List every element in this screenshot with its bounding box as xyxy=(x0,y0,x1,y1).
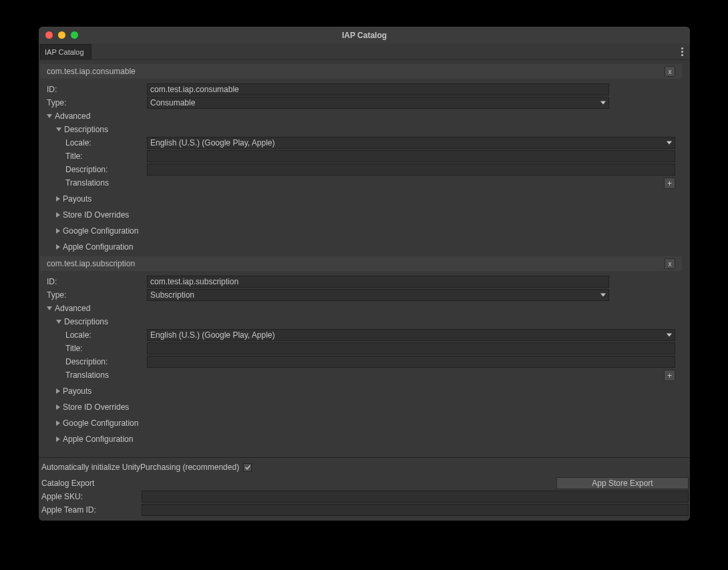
minimize-icon[interactable] xyxy=(58,31,65,39)
type-dropdown[interactable]: Subscription xyxy=(147,289,609,301)
triangle-down-icon xyxy=(56,320,61,324)
fold-apple-config[interactable]: Apple Configuration xyxy=(40,433,682,446)
apple-team-field[interactable] xyxy=(142,504,689,516)
traffic-lights xyxy=(45,31,78,39)
chevron-down-icon xyxy=(600,101,606,105)
row-auto-init: Automatically initialize UnityPurchasing… xyxy=(40,461,689,474)
descriptions-label: Descriptions xyxy=(64,317,108,326)
fold-payouts[interactable]: Payouts xyxy=(40,192,682,206)
google-config-label: Google Configuration xyxy=(63,226,138,236)
title-field[interactable] xyxy=(147,342,675,354)
panel-menu-button[interactable] xyxy=(674,43,690,59)
tabbar: IAP Catalog xyxy=(39,43,690,60)
advanced-label: Advanced xyxy=(55,111,90,121)
check-icon xyxy=(244,464,251,471)
row-locale: Locale: English (U.S.) (Google Play, App… xyxy=(40,328,682,342)
window: IAP Catalog IAP Catalog com.test.iap.con… xyxy=(39,27,690,521)
type-value: Consumable xyxy=(150,98,195,107)
row-description: Description: xyxy=(40,163,682,176)
fold-descriptions[interactable]: Descriptions xyxy=(40,123,682,136)
fold-advanced[interactable]: Advanced xyxy=(40,109,682,123)
triangle-right-icon xyxy=(56,244,60,250)
fold-apple-config[interactable]: Apple Configuration xyxy=(40,240,682,254)
chevron-down-icon xyxy=(667,141,672,145)
app-store-export-button[interactable]: App Store Export xyxy=(556,477,689,489)
triangle-down-icon xyxy=(47,114,52,118)
row-title: Title: xyxy=(40,150,682,163)
auto-init-label: Automatically initialize UnityPurchasing… xyxy=(41,463,239,472)
label-title: Title: xyxy=(47,152,147,161)
triangle-right-icon xyxy=(56,228,60,234)
fold-payouts[interactable]: Payouts xyxy=(40,384,682,398)
triangle-right-icon xyxy=(56,388,60,394)
item-header-id: com.test.iap.consumable xyxy=(47,67,665,76)
row-locale: Locale: English (U.S.) (Google Play, App… xyxy=(40,136,682,150)
row-translations: Translations + xyxy=(40,176,682,190)
label-id: ID: xyxy=(47,277,147,286)
row-type: Type: Subscription xyxy=(40,288,682,302)
titlebar: IAP Catalog xyxy=(39,27,690,43)
locale-value: English (U.S.) (Google Play, Apple) xyxy=(150,330,275,340)
fold-google-config[interactable]: Google Configuration xyxy=(40,416,682,430)
content: com.test.iap.consumable x ID: Type: Cons… xyxy=(39,60,690,521)
label-title: Title: xyxy=(47,344,147,353)
item-header-id: com.test.iap.subscription xyxy=(47,259,665,268)
label-translations: Translations xyxy=(47,178,147,188)
fold-descriptions[interactable]: Descriptions xyxy=(40,315,682,328)
row-apple-team: Apple Team ID: xyxy=(40,503,689,517)
title-field[interactable] xyxy=(147,150,675,162)
add-translation-button[interactable]: + xyxy=(664,178,675,189)
description-field[interactable] xyxy=(147,164,675,176)
descriptions-label: Descriptions xyxy=(64,125,108,134)
maximize-icon[interactable] xyxy=(71,31,78,39)
store-overrides-label: Store ID Overrides xyxy=(63,210,129,220)
id-field[interactable] xyxy=(147,276,609,288)
fold-store-overrides[interactable]: Store ID Overrides xyxy=(40,208,682,222)
row-title: Title: xyxy=(40,342,682,355)
catalog-export-label: Catalog Export xyxy=(41,479,556,488)
remove-item-button[interactable]: x xyxy=(665,66,675,77)
google-config-label: Google Configuration xyxy=(63,418,138,428)
payouts-label: Payouts xyxy=(63,194,92,204)
label-locale: Locale: xyxy=(47,138,147,148)
row-type: Type: Consumable xyxy=(40,96,682,109)
catalog-item: com.test.iap.subscription x ID: Type: Su… xyxy=(40,256,682,446)
triangle-right-icon xyxy=(56,404,60,410)
fold-advanced[interactable]: Advanced xyxy=(40,302,682,315)
apple-config-label: Apple Configuration xyxy=(63,435,133,444)
type-dropdown[interactable]: Consumable xyxy=(147,97,609,109)
auto-init-checkbox[interactable] xyxy=(243,463,252,472)
label-type: Type: xyxy=(47,290,147,300)
item-header: com.test.iap.subscription x xyxy=(40,256,682,271)
label-id: ID: xyxy=(47,85,147,94)
fold-google-config[interactable]: Google Configuration xyxy=(40,224,682,238)
triangle-right-icon xyxy=(56,420,60,426)
payouts-label: Payouts xyxy=(63,386,92,396)
row-translations: Translations + xyxy=(40,368,682,382)
apple-config-label: Apple Configuration xyxy=(63,242,133,252)
id-field[interactable] xyxy=(147,83,609,95)
description-field[interactable] xyxy=(147,356,675,368)
scroll-view[interactable]: com.test.iap.consumable x ID: Type: Cons… xyxy=(39,60,690,457)
advanced-label: Advanced xyxy=(55,304,90,313)
footer: Automatically initialize UnityPurchasing… xyxy=(39,457,690,521)
triangle-down-icon xyxy=(47,306,52,310)
triangle-down-icon xyxy=(56,127,61,131)
close-icon[interactable] xyxy=(45,31,53,39)
locale-value: English (U.S.) (Google Play, Apple) xyxy=(150,138,275,148)
label-type: Type: xyxy=(47,98,147,107)
locale-dropdown[interactable]: English (U.S.) (Google Play, Apple) xyxy=(147,329,675,341)
tab-iap-catalog[interactable]: IAP Catalog xyxy=(40,44,92,59)
apple-sku-field[interactable] xyxy=(142,491,689,503)
fold-store-overrides[interactable]: Store ID Overrides xyxy=(40,400,682,414)
add-translation-button[interactable]: + xyxy=(664,370,675,381)
row-description: Description: xyxy=(40,355,682,368)
locale-dropdown[interactable]: English (U.S.) (Google Play, Apple) xyxy=(147,137,675,149)
remove-item-button[interactable]: x xyxy=(665,258,675,269)
label-locale: Locale: xyxy=(47,330,147,340)
triangle-right-icon xyxy=(56,437,60,442)
row-id: ID: xyxy=(40,83,682,96)
row-apple-sku: Apple SKU: xyxy=(40,490,689,503)
item-header: com.test.iap.consumable x xyxy=(40,64,682,79)
row-catalog-export: Catalog Export App Store Export xyxy=(40,477,689,490)
